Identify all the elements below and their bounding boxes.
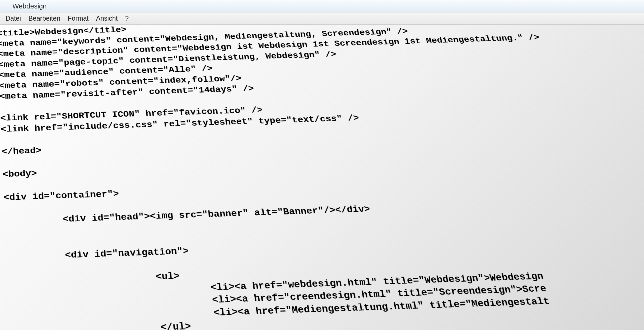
window-title: Webdesign xyxy=(12,2,47,10)
source-code[interactable]: <title>Webdesign</title> <meta name="key… xyxy=(0,25,644,330)
menu-bearbeiten[interactable]: Bearbeiten xyxy=(28,15,60,22)
text-editor-area[interactable]: <title>Webdesign</title> <meta name="key… xyxy=(0,25,644,330)
editor-window: Webdesign Datei Bearbeiten Format Ansich… xyxy=(0,0,644,330)
menu-ansicht[interactable]: Ansicht xyxy=(96,15,118,22)
menubar: Datei Bearbeiten Format Ansicht ? xyxy=(0,12,644,25)
menu-format[interactable]: Format xyxy=(68,15,88,22)
menu-help[interactable]: ? xyxy=(125,15,129,22)
titlebar: Webdesign xyxy=(0,0,644,12)
menu-datei[interactable]: Datei xyxy=(6,15,21,22)
